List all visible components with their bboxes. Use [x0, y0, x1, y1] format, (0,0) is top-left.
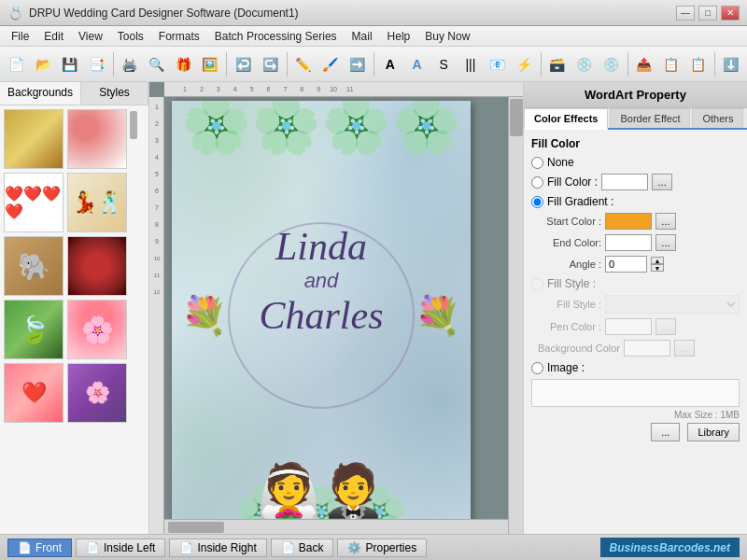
pen-color-btn[interactable]: … [655, 318, 676, 335]
main-area: Backgrounds Styles ❤️❤️❤️❤️ 💃🕺 🐘 🍃 🌸 ❤️ … [0, 82, 747, 534]
thumbnail-elephant[interactable]: 🐘 [4, 236, 63, 296]
thumbnail-flowers2[interactable]: 🌸 [67, 300, 127, 359]
tb-db1[interactable]: 🗃️ [545, 51, 571, 77]
tab-inside-right[interactable]: 📄 Inside Right [169, 539, 266, 557]
radio-fill-color[interactable] [531, 176, 543, 189]
library-btn[interactable]: Library [687, 423, 740, 441]
sep5 [541, 52, 542, 77]
maximize-button[interactable]: □ [698, 6, 717, 21]
menu-batch[interactable]: Batch Processing Series [207, 28, 345, 45]
canvas-area[interactable]: 1 2 3 4 5 6 7 8 9 10 11 1 2 3 4 5 6 7 [149, 82, 523, 534]
tb-wordart[interactable]: A [404, 51, 430, 77]
menu-mail[interactable]: Mail [345, 28, 380, 45]
tb-redo[interactable]: ↪️ [258, 51, 283, 77]
thumbnail-gold[interactable] [4, 109, 63, 169]
fill-color-swatch[interactable] [601, 174, 648, 190]
tab-inside-left[interactable]: 📄 Inside Left [76, 539, 165, 557]
card-canvas[interactable]: 🌸🌸🌸🌸 🌸🌸🌸 💐 💐 👰🤵 Linda and [172, 101, 471, 530]
fill-style-select[interactable] [605, 295, 740, 314]
tab-styles[interactable]: Styles [81, 82, 148, 105]
tb-saveas[interactable]: 📑 [84, 51, 109, 77]
option-fillstyle-row: Fill Style : [531, 277, 740, 290]
start-color-btn[interactable]: … [655, 213, 676, 230]
menu-help[interactable]: Help [380, 28, 418, 45]
bg-color-swatch[interactable] [624, 340, 670, 357]
max-size-label: Max Size : 1MB [531, 410, 740, 420]
thumbnail-dance[interactable]: 💃🕺 [67, 173, 127, 232]
tb-gift[interactable]: 🎁 [171, 51, 196, 77]
tb-paint[interactable]: 🖌️ [317, 51, 343, 77]
scrollbar-thumb-v[interactable] [510, 99, 523, 136]
tb-preview[interactable]: 🔍 [144, 51, 169, 77]
toolbar: 📄 📂 💾 📑 🖨️ 🔍 🎁 🖼️ ↩️ ↪️ ✏️ 🖌️ ➡️ A A S |… [0, 47, 747, 82]
menu-tools[interactable]: Tools [110, 28, 151, 45]
tb-email[interactable]: 📧 [485, 51, 510, 77]
thumbnail-pinkf[interactable]: ❤️ [4, 363, 63, 423]
spin-up[interactable]: ▲ [651, 257, 664, 264]
canvas-scrollbar-v[interactable] [508, 97, 523, 534]
tb-lightning[interactable]: ⚡ [512, 51, 537, 77]
tb-ex2[interactable]: 📋 [658, 51, 684, 77]
tb-shapes[interactable]: S [431, 51, 457, 77]
start-color-swatch[interactable] [605, 213, 652, 230]
tab-back[interactable]: 📄 Back [271, 539, 334, 557]
spin-down[interactable]: ▼ [651, 264, 664, 272]
angle-row: Angle : ▲ ▼ [531, 256, 740, 273]
menu-formats[interactable]: Formats [151, 28, 207, 45]
thumbnail-beads[interactable] [67, 236, 127, 296]
tb-pen[interactable]: ✏️ [291, 51, 317, 77]
tb-img[interactable]: 🖼️ [198, 51, 223, 77]
bg-color-btn[interactable]: … [674, 340, 695, 357]
radio-none[interactable] [531, 157, 543, 169]
tab-front-label: Front [35, 541, 62, 554]
thumbnail-purple[interactable]: 🌸 [67, 363, 127, 423]
tab-front[interactable]: 📄 Front [7, 539, 72, 557]
prop-tab-color[interactable]: Color Effects [524, 108, 608, 130]
menu-buynow[interactable]: Buy Now [417, 28, 477, 45]
label-none: None [547, 156, 574, 169]
tb-barcode[interactable]: ||| [458, 51, 484, 77]
end-color-swatch[interactable] [605, 234, 652, 251]
tb-down[interactable]: ⬇️ [718, 51, 743, 77]
radio-fill-style[interactable] [531, 278, 543, 290]
tb-arrow[interactable]: ➡️ [345, 51, 370, 77]
tb-print[interactable]: 🖨️ [118, 51, 143, 77]
panel-scrollbar[interactable] [129, 109, 138, 141]
close-button[interactable]: ✕ [721, 6, 740, 21]
thumbnail-floral[interactable] [67, 109, 127, 169]
menubar: File Edit View Tools Formats Batch Proce… [0, 26, 747, 47]
prop-tab-border[interactable]: Border Effect [610, 108, 690, 128]
fill-color-btn[interactable]: … [652, 174, 672, 190]
minimize-button[interactable]: — [676, 6, 695, 21]
tb-open[interactable]: 📂 [31, 51, 56, 77]
prop-tab-others[interactable]: Others [692, 108, 743, 128]
canvas-scrollbar-h[interactable] [164, 519, 508, 534]
scrollbar-thumb-h[interactable] [168, 522, 224, 533]
radio-image[interactable] [531, 362, 543, 374]
thumbnail-leaf[interactable]: 🍃 [4, 300, 63, 359]
tb-db3[interactable]: 💿 [599, 51, 624, 77]
browse-btn[interactable]: ... [651, 423, 680, 441]
end-color-btn[interactable]: … [655, 234, 676, 251]
tb-save[interactable]: 💾 [57, 51, 82, 77]
front-icon: 📄 [18, 541, 32, 554]
tab-backgrounds[interactable]: Backgrounds [0, 82, 81, 105]
menu-view[interactable]: View [71, 28, 110, 45]
window-controls: — □ ✕ [676, 6, 740, 21]
option-gradient-row: Fill Gradient : [531, 195, 740, 208]
tb-db2[interactable]: 💿 [571, 51, 597, 77]
menu-edit[interactable]: Edit [36, 28, 71, 45]
angle-input[interactable] [605, 256, 647, 273]
angle-spinner[interactable]: ▲ ▼ [651, 257, 664, 272]
menu-file[interactable]: File [4, 28, 36, 45]
tb-text[interactable]: A [378, 51, 403, 77]
tb-new[interactable]: 📄 [4, 51, 29, 77]
tb-undo[interactable]: ↩️ [231, 51, 256, 77]
pen-color-swatch[interactable] [605, 318, 652, 335]
thumbnail-hearts[interactable]: ❤️❤️❤️❤️ [4, 173, 63, 232]
start-color-label: Start Color : [531, 216, 601, 227]
radio-fill-gradient[interactable] [531, 196, 543, 208]
tab-properties[interactable]: ⚙️ Properties [337, 539, 427, 557]
tb-ex3[interactable]: 📋 [685, 51, 711, 77]
tb-ex1[interactable]: 📤 [632, 51, 657, 77]
